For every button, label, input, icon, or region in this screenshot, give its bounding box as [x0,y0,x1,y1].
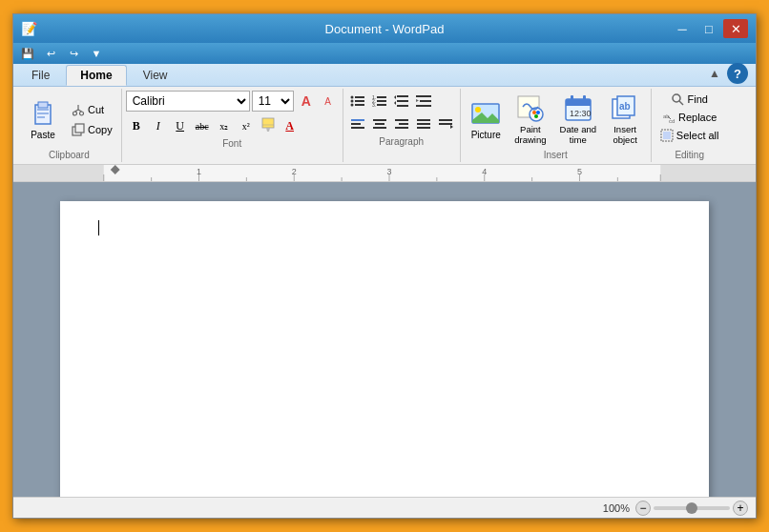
superscript-btn[interactable]: x² [236,115,257,136]
line-spacing-btn[interactable] [391,91,412,112]
zoom-percent: 100% [603,502,630,514]
close-button[interactable]: ✕ [723,19,748,38]
copy-icon [72,123,85,136]
cut-button[interactable]: Cut [67,100,117,119]
svg-rect-2 [37,109,49,111]
find-button[interactable]: Find [666,91,712,108]
svg-rect-26 [377,104,386,106]
picture-label: Picture [471,130,501,140]
svg-rect-46 [417,123,430,125]
paste-button[interactable]: Paste [21,96,65,143]
align-right-btn[interactable] [391,113,412,134]
strikethrough-btn[interactable]: abc [192,115,213,136]
decrease-font-btn[interactable]: A [318,91,339,112]
rtl-icon [437,115,454,133]
increase-font-btn[interactable]: A [296,91,317,112]
svg-point-58 [536,111,540,114]
svg-point-6 [80,112,84,115]
svg-marker-50 [450,125,453,129]
tab-file[interactable]: File [17,65,64,86]
svg-rect-20 [355,104,364,106]
svg-line-8 [78,110,82,112]
editing-label: Editing [675,150,704,160]
svg-line-70 [679,101,683,105]
italic-btn[interactable]: I [148,115,169,136]
copy-button[interactable]: Copy [67,120,117,139]
insert-object-button[interactable]: ab Insert object [605,91,645,148]
replace-label: Replace [678,112,717,123]
svg-text:4: 4 [482,167,487,176]
insert-group: Picture Paint drawing [461,89,652,162]
tab-view[interactable]: View [129,65,182,86]
undo-quick-btn[interactable]: ↩ [40,45,61,62]
window-controls: ─ □ ✕ [670,19,748,38]
list-bullets-btn[interactable] [347,91,368,112]
svg-text:ab: ab [619,101,631,112]
help-button[interactable]: ? [727,63,748,84]
svg-line-7 [75,110,79,112]
document-page[interactable] [60,201,709,497]
ribbon: Paste Cut [13,87,756,165]
numbered-list-icon: 1. 2. 3. [371,92,388,110]
align-center-btn[interactable] [369,113,390,134]
svg-rect-63 [571,95,573,103]
svg-text:1: 1 [197,167,201,176]
datetime-button[interactable]: 12:30 Date and time [555,91,602,148]
align-left-icon [349,115,366,133]
indent-btn[interactable] [413,91,434,112]
font-family-select[interactable]: Calibri Arial Times New Roman [126,91,250,112]
maximize-button[interactable]: □ [696,19,721,38]
main-window: 📝 Document - WordPad ─ □ ✕ 💾 ↩ ↪ ▼ File … [12,13,757,519]
svg-text:3: 3 [386,167,391,176]
ribbon-collapse-btn[interactable]: ▲ [706,65,723,82]
font-size-select[interactable]: 8 9 10 11 12 14 [252,91,294,112]
highlight-btn[interactable] [258,115,279,136]
underline-btn[interactable]: U [170,115,191,136]
numbered-list-btn[interactable]: 1. 2. 3. [369,91,390,112]
paste-label: Paste [31,130,55,140]
svg-rect-76 [13,165,756,182]
quick-access-dropdown[interactable]: ▼ [86,45,107,62]
font-color-btn[interactable]: A [280,115,301,136]
zoom-out-btn[interactable]: − [635,501,651,516]
svg-rect-75 [663,132,671,139]
svg-rect-41 [373,127,386,129]
rtl-btn[interactable] [435,113,456,134]
justify-btn[interactable] [413,113,434,134]
svg-point-5 [73,112,77,115]
tab-home[interactable]: Home [66,65,126,86]
replace-button[interactable]: ab cd Replace [657,109,721,126]
svg-marker-35 [416,99,419,102]
redo-quick-btn[interactable]: ↪ [63,45,84,62]
svg-text:2: 2 [292,167,297,176]
find-label: Find [687,93,707,105]
svg-rect-11 [75,124,84,133]
subscript-btn[interactable]: x₂ [214,115,235,136]
document-area[interactable] [13,182,756,497]
bold-btn[interactable]: B [126,115,147,136]
save-quick-btn[interactable]: 💾 [17,45,38,62]
insert-object-icon: ab [610,93,640,124]
editing-btns: Find ab cd Replace Select all [655,91,724,148]
paste-icon [28,99,58,130]
svg-rect-44 [395,127,408,129]
zoom-in-btn[interactable]: + [733,501,748,516]
svg-point-59 [534,114,538,118]
select-all-button[interactable]: Select all [655,127,724,144]
svg-text:3.: 3. [372,102,376,108]
ruler-svg: 1 2 3 4 5 [13,165,756,182]
zoom-thumb[interactable] [686,502,697,514]
svg-rect-45 [417,119,430,121]
svg-rect-16 [355,96,364,98]
paint-drawing-button[interactable]: Paint drawing [509,91,551,148]
svg-point-57 [532,111,536,114]
align-left-btn[interactable] [347,113,368,134]
justify-icon [415,115,432,133]
paragraph-group: 1. 2. 3. [343,89,461,162]
picture-button[interactable]: Picture [466,96,506,143]
minimize-button[interactable]: ─ [670,19,695,38]
svg-rect-54 [472,120,499,123]
svg-rect-32 [416,95,431,97]
zoom-slider[interactable] [654,506,730,510]
svg-rect-33 [420,100,431,102]
